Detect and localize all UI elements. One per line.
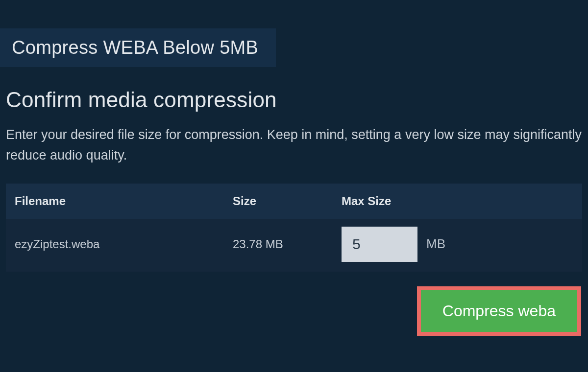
compress-button[interactable]: Compress weba: [417, 286, 581, 336]
section-description: Enter your desired file size for compres…: [6, 125, 582, 166]
button-row: Compress weba: [6, 286, 582, 336]
max-size-unit: MB: [426, 236, 445, 252]
header-size: Size: [233, 194, 342, 208]
tab-bar: Compress WEBA Below 5MB: [0, 28, 588, 67]
header-filename: Filename: [15, 194, 233, 208]
file-table: Filename Size Max Size ezyZiptest.weba 2…: [6, 184, 582, 272]
max-size-input[interactable]: [342, 227, 417, 262]
cell-maxsize: MB: [342, 227, 573, 262]
content-area: Confirm media compression Enter your des…: [0, 67, 588, 336]
table-row: ezyZiptest.weba 23.78 MB MB: [6, 219, 582, 272]
table-header-row: Filename Size Max Size: [6, 184, 582, 219]
cell-size: 23.78 MB: [233, 237, 342, 251]
section-title: Confirm media compression: [6, 88, 582, 112]
tab-compress-weba[interactable]: Compress WEBA Below 5MB: [0, 28, 276, 67]
header-maxsize: Max Size: [342, 194, 573, 208]
cell-filename: ezyZiptest.weba: [15, 237, 233, 251]
